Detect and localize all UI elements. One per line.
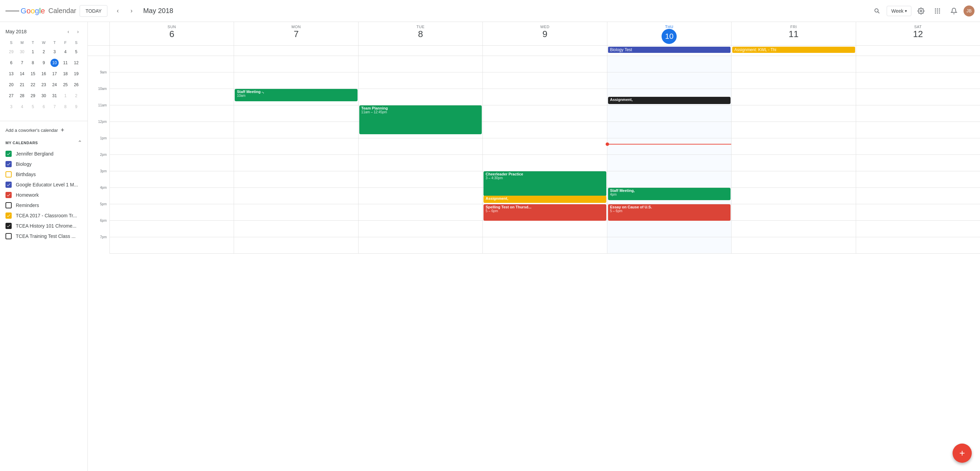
all-day-cell-0[interactable] [110, 46, 234, 56]
my-calendars-toggle[interactable]: ⌃ [78, 139, 82, 146]
mini-cal-day[interactable]: 23 [39, 80, 49, 90]
mini-cal-day[interactable]: 27 [6, 91, 16, 101]
mini-cal-day[interactable]: 11 [60, 57, 71, 68]
event-block[interactable]: Essay on Cause of U.S.5 – 6pm [608, 204, 730, 221]
day-number-label[interactable]: 10 [662, 29, 677, 44]
user-avatar[interactable]: JB [964, 5, 975, 16]
event-block[interactable]: Staff Meeting,4pm [608, 188, 730, 200]
all-day-cell-6[interactable] [856, 46, 980, 56]
mini-cal-day[interactable]: 18 [60, 69, 71, 79]
calendar-item[interactable]: Birthdays [0, 169, 88, 180]
mini-cal-day[interactable]: 9 [71, 102, 81, 112]
mini-cal-day[interactable]: 13 [6, 69, 16, 79]
mini-cal-day[interactable]: 29 [6, 47, 16, 57]
calendar-main[interactable]: Sun6Mon7Tue8Wed9Thu10Fri11Sat12 Biology … [88, 22, 980, 471]
calendar-checkbox[interactable] [5, 171, 12, 177]
mini-cal-day[interactable]: 24 [49, 80, 60, 90]
calendar-item[interactable]: Homework [0, 190, 88, 200]
all-day-cell-1[interactable] [234, 46, 358, 56]
mini-cal-day[interactable]: 28 [17, 91, 27, 101]
calendar-checkbox[interactable] [5, 223, 12, 229]
mini-cal-day[interactable]: 5 [71, 47, 81, 57]
all-day-cell-3[interactable] [483, 46, 607, 56]
calendar-checkbox[interactable] [5, 192, 12, 198]
event-block[interactable]: Assignment, [608, 97, 730, 104]
mini-cal-day[interactable]: 30 [39, 91, 49, 101]
mini-cal-day[interactable]: 30 [17, 47, 27, 57]
calendar-item[interactable]: Reminders [0, 200, 88, 211]
day-col-fri[interactable] [732, 56, 856, 254]
mini-cal-day[interactable]: 2 [39, 47, 49, 57]
mini-cal-day[interactable]: 20 [6, 80, 16, 90]
apps-button[interactable] [931, 4, 944, 18]
today-button[interactable]: TODAY [80, 5, 107, 17]
event-block[interactable]: Spelling Test on Thursd...5 – 6pm [484, 204, 606, 221]
next-week-button[interactable]: › [125, 5, 138, 17]
mini-cal-day[interactable]: 3 [6, 102, 16, 112]
mini-cal-day[interactable]: 29 [28, 91, 38, 101]
mini-cal-day[interactable]: 10 [49, 57, 60, 68]
mini-cal-day[interactable]: 14 [17, 69, 27, 79]
settings-button[interactable] [914, 4, 928, 18]
mini-cal-day[interactable]: 26 [71, 80, 81, 90]
all-day-event[interactable]: Biology Test [608, 47, 730, 53]
mini-cal-day[interactable]: 15 [28, 69, 38, 79]
mini-cal-day[interactable]: 5 [28, 102, 38, 112]
calendar-item[interactable]: TCEA History 101 Chrome... [0, 221, 88, 231]
mini-cal-day[interactable]: 7 [17, 57, 27, 68]
day-number-label[interactable]: 6 [110, 29, 234, 40]
mini-cal-day[interactable]: 22 [28, 80, 38, 90]
search-button[interactable] [870, 4, 884, 18]
calendar-checkbox[interactable] [5, 212, 12, 219]
mini-cal-day[interactable]: 31 [49, 91, 60, 101]
day-col-thu[interactable]: Assignment,Staff Meeting,4pmEssay on Cau… [607, 56, 732, 254]
mini-cal-day[interactable]: 8 [60, 102, 71, 112]
day-col-wed[interactable]: Cheerleader Practice3 – 4:30pmAssignment… [483, 56, 607, 254]
day-number-label[interactable]: 7 [234, 29, 358, 40]
calendar-checkbox[interactable] [5, 151, 12, 157]
add-coworker-section[interactable]: Add a coworker's calendar + [0, 124, 88, 137]
calendar-item[interactable]: Biology [0, 159, 88, 169]
calendar-item[interactable]: TCEA 2017 - Classroom Tr... [0, 211, 88, 221]
calendar-checkbox[interactable] [5, 182, 12, 188]
all-day-cell-5[interactable]: Assignment: KWL - Thi [732, 46, 856, 56]
menu-button[interactable] [5, 4, 19, 18]
mini-cal-day[interactable]: 19 [71, 69, 81, 79]
all-day-cell-2[interactable] [359, 46, 483, 56]
create-event-fab[interactable]: + [953, 444, 972, 463]
all-day-event[interactable]: Assignment: KWL - Thi [732, 47, 855, 53]
mini-cal-day[interactable]: 4 [60, 47, 71, 57]
mini-cal-day[interactable]: 4 [17, 102, 27, 112]
mini-cal-day[interactable]: 1 [60, 91, 71, 101]
prev-week-button[interactable]: ‹ [111, 5, 124, 17]
day-col-sun[interactable] [110, 56, 234, 254]
mini-prev-month[interactable]: ‹ [64, 27, 72, 36]
event-block[interactable]: Staff Meeting -,10am [235, 89, 357, 101]
calendar-checkbox[interactable] [5, 233, 12, 239]
day-col-tue[interactable]: Team Planning11am – 12:45pm [359, 56, 483, 254]
mini-cal-day[interactable]: 17 [49, 69, 60, 79]
mini-cal-day[interactable]: 6 [6, 57, 16, 68]
mini-cal-day[interactable]: 7 [49, 102, 60, 112]
all-day-cell-4[interactable]: Biology Test [607, 46, 732, 56]
calendar-item[interactable]: TCEA Training Test Class ... [0, 231, 88, 241]
mini-cal-day[interactable]: 21 [17, 80, 27, 90]
mini-cal-day[interactable]: 6 [39, 102, 49, 112]
event-block[interactable]: Assignment, [484, 196, 606, 203]
day-number-label[interactable]: 8 [359, 29, 482, 40]
day-col-sat[interactable] [856, 56, 980, 254]
event-block[interactable]: Cheerleader Practice3 – 4:30pm [484, 171, 606, 196]
mini-cal-day[interactable]: 12 [71, 57, 81, 68]
calendar-checkbox[interactable] [5, 161, 12, 167]
event-block[interactable]: Team Planning11am – 12:45pm [359, 105, 482, 134]
day-number-label[interactable]: 12 [856, 29, 980, 40]
mini-next-month[interactable]: › [74, 27, 82, 36]
calendar-item[interactable]: Jennifer Bergland [0, 148, 88, 159]
mini-cal-day[interactable]: 3 [49, 47, 60, 57]
mini-cal-day[interactable]: 2 [71, 91, 81, 101]
day-col-mon[interactable]: Staff Meeting -,10am [234, 56, 358, 254]
calendar-item[interactable]: Google Educator Level 1 M... [0, 180, 88, 190]
mini-cal-day[interactable]: 25 [60, 80, 71, 90]
view-selector[interactable]: Week ▾ [887, 6, 912, 16]
mini-cal-day[interactable]: 16 [39, 69, 49, 79]
